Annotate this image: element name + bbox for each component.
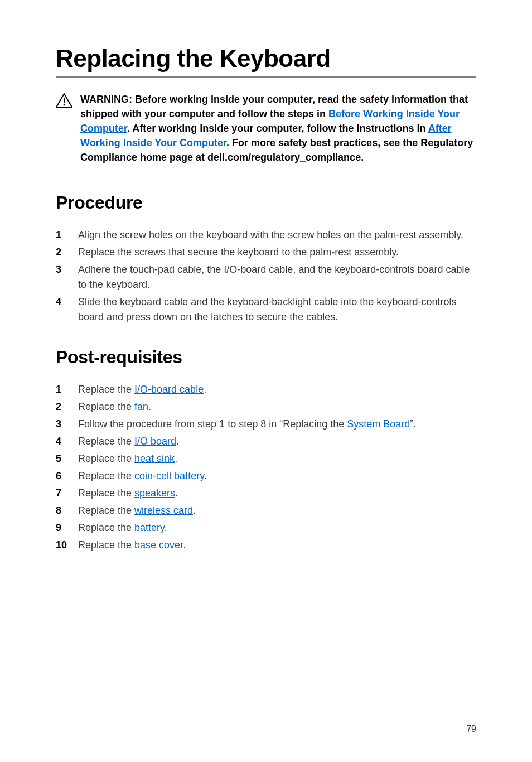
- list-item: Replace the I/O-board cable.: [56, 382, 476, 397]
- post-requisites-heading: Post-requisites: [56, 347, 476, 368]
- io-board-link[interactable]: I/O board: [134, 436, 176, 447]
- step-text: .: [204, 384, 206, 395]
- step-text: Follow the procedure from step 1 to step…: [78, 418, 347, 430]
- list-item: Align the screw holes on the keyboard wi…: [56, 228, 476, 243]
- warning-mid1: . After working inside your computer, fo…: [127, 123, 428, 134]
- list-item: Replace the wireless card.: [56, 503, 476, 518]
- list-item: Slide the keyboard cable and the keyboar…: [56, 295, 476, 325]
- step-text: .: [176, 436, 179, 447]
- warning-block: WARNING: Before working inside your comp…: [56, 92, 476, 165]
- fan-link[interactable]: fan: [134, 401, 148, 412]
- battery-link[interactable]: battery: [134, 522, 165, 533]
- svg-point-1: [64, 104, 65, 106]
- list-item: Replace the heat sink.: [56, 451, 476, 466]
- step-text: .: [148, 401, 151, 412]
- step-text: Replace the: [78, 384, 134, 395]
- procedure-heading: Procedure: [56, 192, 476, 213]
- step-text: Replace the: [78, 488, 134, 499]
- page-number: 79: [466, 724, 476, 734]
- list-item: Adhere the touch-pad cable, the I/O-boar…: [56, 262, 476, 292]
- step-text: ”.: [410, 418, 416, 430]
- step-text: Replace the: [78, 401, 134, 412]
- speakers-link[interactable]: speakers: [134, 488, 175, 499]
- procedure-list: Align the screw holes on the keyboard wi…: [56, 228, 476, 325]
- list-item: Replace the coin-cell battery.: [56, 469, 476, 484]
- step-text: Replace the: [78, 453, 134, 464]
- io-board-cable-link[interactable]: I/O-board cable: [134, 384, 204, 395]
- system-board-link[interactable]: System Board: [347, 418, 410, 430]
- list-item: Follow the procedure from step 1 to step…: [56, 417, 476, 432]
- step-text: .: [165, 522, 167, 533]
- list-item: Replace the I/O board.: [56, 434, 476, 449]
- step-text: Replace the: [78, 436, 134, 447]
- list-item: Replace the base cover.: [56, 538, 476, 553]
- post-requisites-list: Replace the I/O-board cable. Replace the…: [56, 382, 476, 553]
- base-cover-link[interactable]: base cover: [134, 539, 183, 551]
- step-text: .: [204, 470, 207, 481]
- step-text: .: [175, 453, 177, 464]
- step-text: .: [175, 488, 178, 499]
- step-text: .: [183, 539, 186, 551]
- list-item: Replace the fan.: [56, 399, 476, 414]
- list-item: Replace the battery.: [56, 520, 476, 536]
- warning-icon: [56, 93, 72, 112]
- step-text: Replace the: [78, 505, 134, 516]
- step-text: .: [193, 505, 196, 516]
- step-text: Replace the: [78, 539, 134, 551]
- step-text: Replace the: [78, 470, 134, 481]
- coin-cell-battery-link[interactable]: coin-cell battery: [134, 470, 204, 481]
- list-item: Replace the speakers.: [56, 486, 476, 501]
- list-item: Replace the screws that secure the keybo…: [56, 245, 476, 260]
- warning-text: WARNING: Before working inside your comp…: [80, 92, 476, 165]
- heat-sink-link[interactable]: heat sink: [134, 453, 175, 464]
- step-text: Replace the: [78, 522, 134, 533]
- page-title: Replacing the Keyboard: [56, 45, 476, 78]
- wireless-card-link[interactable]: wireless card: [134, 505, 193, 516]
